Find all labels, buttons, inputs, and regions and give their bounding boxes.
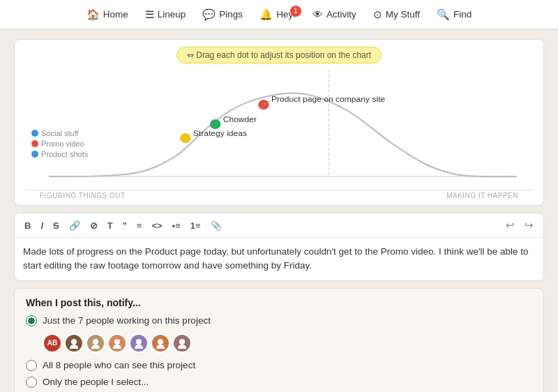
chart-axis-labels: FIGURING THINGS OUT MAKING IT HAPPEN <box>26 190 532 201</box>
chart-card: ⇔ Drag each dot to adjust its position o… <box>14 39 544 206</box>
toolbar-italic[interactable]: I <box>38 220 46 232</box>
nav-hey[interactable]: 🔔 Hey! 1 <box>259 8 296 21</box>
svg-text:Strategy ideas: Strategy ideas <box>193 129 247 137</box>
svg-point-10 <box>158 339 163 345</box>
svg-point-6 <box>71 339 77 345</box>
editor-toolbar: B I S 🔗 ⊘ T " ≡ <> •≡ 1≡ 📎 ↩ ↪ <box>15 213 543 238</box>
toolbar-ol[interactable]: 1≡ <box>188 220 204 232</box>
radio-7people[interactable] <box>26 315 37 326</box>
svg-point-9 <box>136 339 142 345</box>
dot-chowder[interactable] <box>210 119 220 129</box>
nav-mystuff[interactable]: ⊙ My Stuff <box>373 8 420 21</box>
toolbar-text-style[interactable]: T <box>105 220 116 232</box>
avatar-5 <box>129 333 149 353</box>
radio-item-7people[interactable]: Just the 7 people working on this projec… <box>26 315 532 326</box>
radio-group: Just the 7 people working on this projec… <box>26 315 532 393</box>
legend-promo: Promo video <box>31 140 88 148</box>
avatar-1: AB <box>43 333 62 353</box>
activity-icon: 👁 <box>312 8 323 20</box>
chart-svg: Product page on company site Chowder Str… <box>26 66 532 188</box>
find-icon: 🔍 <box>437 8 450 21</box>
svg-point-7 <box>93 339 98 345</box>
pings-icon: 💬 <box>202 8 216 21</box>
nav-lineup[interactable]: ☰ Lineup <box>145 8 186 21</box>
radio-item-select[interactable]: Only the people I select... <box>26 377 532 388</box>
avatars-row: AB <box>43 333 532 353</box>
hey-icon: 🔔 <box>259 8 273 21</box>
dot-strategy[interactable] <box>180 133 190 143</box>
radio-item-all8[interactable]: All 8 people who can see this project <box>26 360 532 371</box>
hey-badge: 1 <box>290 6 301 17</box>
svg-text:Product page on company site: Product page on company site <box>271 95 385 103</box>
nav-pings[interactable]: 💬 Pings <box>202 8 243 21</box>
legend-social: Social stuff <box>31 129 88 137</box>
drag-hint: ⇔ Drag each dot to adjust its position o… <box>176 47 382 63</box>
toolbar-code[interactable]: <> <box>149 220 165 232</box>
nav-home[interactable]: 🏠 Home <box>86 8 128 21</box>
lineup-icon: ☰ <box>145 8 154 21</box>
toolbar-bold[interactable]: B <box>22 220 33 232</box>
notify-title: When I post this, notify... <box>26 297 532 308</box>
nav-find[interactable]: 🔍 Find <box>437 8 472 21</box>
toolbar-undo[interactable]: ↩ <box>503 218 518 233</box>
svg-point-11 <box>179 339 185 345</box>
notify-section: When I post this, notify... Just the 7 p… <box>14 288 544 393</box>
legend-product-shots: Product shots <box>31 150 88 158</box>
legend-social-dot <box>31 130 38 137</box>
main-nav: 🏠 Home ☰ Lineup 💬 Pings 🔔 Hey! 1 👁 Activ… <box>0 0 558 29</box>
home-icon: 🏠 <box>86 8 100 21</box>
toolbar-quote[interactable]: " <box>120 220 130 232</box>
chart-label-right: MAKING IT HAPPEN <box>446 192 518 199</box>
radio-all8[interactable] <box>26 360 37 371</box>
mystuff-icon: ⊙ <box>373 8 382 21</box>
editor-content-area[interactable]: Made lots of progress on the Product pag… <box>15 238 543 280</box>
radio-select[interactable] <box>26 377 37 388</box>
nav-activity[interactable]: 👁 Activity <box>312 8 356 20</box>
avatar-4 <box>107 333 127 353</box>
chart-label-left: FIGURING THINGS OUT <box>40 192 126 199</box>
toolbar-ul[interactable]: •≡ <box>169 220 183 232</box>
toolbar-strikethrough[interactable]: S <box>50 220 62 232</box>
legend-promo-dot <box>31 140 38 147</box>
toolbar-attachment[interactable]: 📎 <box>208 220 225 232</box>
main-content: ⇔ Drag each dot to adjust its position o… <box>0 29 558 392</box>
avatar-2 <box>64 333 84 353</box>
avatar-3 <box>86 333 105 353</box>
toolbar-align[interactable]: ≡ <box>134 220 145 232</box>
chart-legend: Social stuff Promo video Product shots <box>31 129 88 158</box>
toolbar-redo[interactable]: ↪ <box>522 218 536 233</box>
legend-product-shots-dot <box>31 151 38 158</box>
svg-text:Chowder: Chowder <box>223 115 257 123</box>
avatar-7 <box>172 333 192 353</box>
editor-card: B I S 🔗 ⊘ T " ≡ <> •≡ 1≡ 📎 ↩ ↪ Made lots… <box>14 213 544 281</box>
svg-point-8 <box>114 339 120 345</box>
toolbar-unlink[interactable]: ⊘ <box>87 220 100 232</box>
avatar-6 <box>151 333 170 353</box>
toolbar-link[interactable]: 🔗 <box>66 220 83 232</box>
chart-area: Social stuff Promo video Product shots <box>26 66 532 188</box>
